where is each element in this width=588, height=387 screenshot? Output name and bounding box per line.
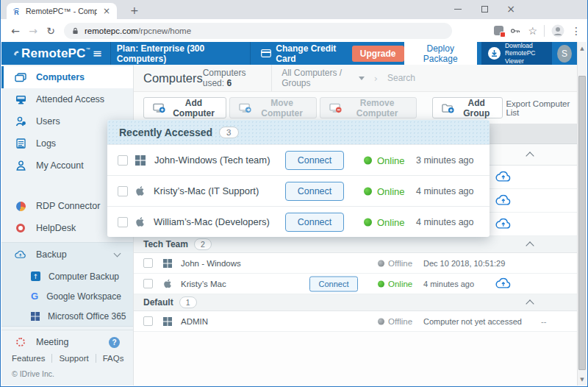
sidebar-label: Backup xyxy=(36,249,67,260)
header-divider xyxy=(250,42,251,65)
url-domain: remotepc.com xyxy=(85,26,138,35)
collapse-chevron-icon[interactable] xyxy=(526,152,534,160)
remotepc-logo: RemotePC ™ xyxy=(13,46,93,61)
add-computer-icon xyxy=(153,103,165,113)
download-viewer-button[interactable]: Download RemotePC Viewer xyxy=(481,42,552,65)
password-key-icon[interactable] xyxy=(510,26,521,35)
recently-accessed-panel: Recently Accessed 3 John-Windows (Tech t… xyxy=(107,120,490,237)
sidebar-item-google-workspace[interactable]: G Google Workspace xyxy=(1,286,133,306)
sidebar-label: HelpDesk xyxy=(36,223,76,233)
offline-status-dot xyxy=(378,318,384,324)
window-minimize-button[interactable] xyxy=(445,2,471,15)
sidebar-label: RDP Connector xyxy=(36,201,100,211)
upgrade-button[interactable]: Upgrade xyxy=(352,46,404,62)
sidebar-label: Computers xyxy=(36,72,85,82)
support-link[interactable]: Support xyxy=(52,354,96,363)
move-computer-button[interactable]: Move Computer xyxy=(229,97,317,118)
cloud-backup-icon[interactable] xyxy=(495,194,512,207)
sidebar-label: Logs xyxy=(36,138,56,149)
row-checkbox[interactable] xyxy=(118,155,128,166)
my-account-icon xyxy=(15,160,26,171)
collapse-chevron-icon[interactable] xyxy=(526,299,534,308)
search-input[interactable] xyxy=(387,73,476,83)
cloud-backup-icon[interactable] xyxy=(495,218,512,230)
cloud-backup-icon[interactable] xyxy=(495,277,512,290)
app-header: RemotePC ™ ≡ Plan: Enterprise (300 Compu… xyxy=(1,42,577,65)
connect-button[interactable]: Connect xyxy=(285,182,344,201)
logo-trademark: ™ xyxy=(86,47,90,52)
logo-text: RemotePC xyxy=(21,46,86,61)
back-button[interactable]: ← xyxy=(7,25,24,37)
help-question-icon[interactable]: ? xyxy=(109,337,120,348)
scroll-up-icon[interactable]: ▲ xyxy=(578,43,587,53)
page-header: Computers Computers used: 6 All Computer… xyxy=(134,65,577,92)
window-maximize-button[interactable] xyxy=(471,2,498,15)
credit-card-icon xyxy=(261,49,271,57)
breadcrumb-arrow-icon: › xyxy=(374,73,378,84)
hamburger-menu-icon[interactable]: ≡ xyxy=(93,46,102,60)
sidebar-item-computer-backup[interactable]: ↑ Computer Backup xyxy=(1,266,133,286)
computers-icon xyxy=(15,71,26,83)
group-count-badge: 1 xyxy=(179,297,197,308)
extension-icon[interactable] xyxy=(494,26,503,35)
computer-name: William’s-Mac (Developers) xyxy=(154,216,270,227)
row-checkbox[interactable] xyxy=(118,217,128,227)
connect-button[interactable]: Connect xyxy=(285,151,344,170)
change-credit-card-link[interactable]: Change Credit Card xyxy=(261,43,343,64)
status-label: Online xyxy=(377,216,405,227)
sidebar-item-attended-access[interactable]: Attended Access xyxy=(1,88,133,110)
row-checkbox[interactable] xyxy=(143,258,153,268)
tab-close-icon[interactable]: × xyxy=(101,6,112,16)
browser-profile-icon[interactable] xyxy=(551,24,564,38)
browser-tab[interactable]: R RemotePC™ - Computers × xyxy=(7,3,117,19)
computer-name: Kristy’s-Mac (IT Support) xyxy=(154,185,259,196)
window-close-button[interactable]: × xyxy=(498,2,524,15)
download-circle-icon xyxy=(488,47,501,60)
page-scrollbar[interactable]: ▲ ▼ xyxy=(577,42,587,386)
sidebar-item-computers[interactable]: Computers xyxy=(1,66,133,88)
forward-button[interactable]: → xyxy=(24,25,42,37)
user-avatar[interactable]: S xyxy=(557,45,572,63)
online-status-dot xyxy=(364,187,372,195)
address-bar[interactable]: remotepc.com/rpcnew/home xyxy=(64,23,452,39)
move-computer-icon xyxy=(239,103,251,113)
scroll-down-icon[interactable]: ▼ xyxy=(578,374,587,384)
empty-area xyxy=(134,332,577,386)
connect-button[interactable]: Connect xyxy=(285,213,344,232)
scrollbar-thumb[interactable] xyxy=(578,76,586,370)
windows-logo-icon xyxy=(163,317,172,326)
toolbar-separator xyxy=(544,25,545,37)
deploy-package-button[interactable]: Deploy Package xyxy=(404,40,477,68)
computers-groups-dropdown[interactable]: All Computers / Groups xyxy=(272,65,374,91)
reload-button[interactable]: ↻ xyxy=(42,25,60,37)
export-computer-list-link[interactable]: Export Computer List xyxy=(506,99,570,117)
logo-signal-icon xyxy=(13,47,21,60)
button-label: Add Group xyxy=(459,98,493,118)
bookmark-star-icon[interactable]: ☆ xyxy=(528,25,537,37)
connect-button[interactable]: Connect xyxy=(309,276,358,291)
windows-logo-icon xyxy=(135,155,146,166)
computer-name: Kristy’s Mac xyxy=(181,280,226,288)
remove-computer-icon xyxy=(329,103,342,113)
sidebar-item-microsoft-office-365[interactable]: Microsoft Office 365 xyxy=(1,306,133,326)
features-link[interactable]: Features xyxy=(12,354,52,363)
faqs-link[interactable]: FAQs xyxy=(96,354,131,363)
sidebar-item-backup[interactable]: Backup xyxy=(1,243,133,266)
sidebar-label: Microsoft Office 365 xyxy=(48,311,126,322)
backup-section: Backup ↑ Computer Backup G Google Worksp… xyxy=(1,242,133,327)
status-label: Online xyxy=(377,185,405,196)
online-status-dot xyxy=(378,280,384,287)
row-checkbox[interactable] xyxy=(143,316,153,326)
add-group-button[interactable]: Add Group xyxy=(432,97,503,118)
row-checkbox[interactable] xyxy=(118,186,128,196)
cloud-backup-icon[interactable] xyxy=(495,171,512,183)
row-checkbox[interactable] xyxy=(143,279,153,288)
new-tab-button[interactable]: + xyxy=(126,4,143,16)
collapse-chevron-icon[interactable] xyxy=(526,241,534,249)
add-computer-button[interactable]: Add Computer xyxy=(143,97,226,118)
remove-computer-button[interactable]: Remove Computer xyxy=(320,97,417,118)
browser-menu-icon[interactable]: ⋮ xyxy=(571,25,581,37)
last-accessed: Dec 10 2018, 10:51:29 xyxy=(423,259,505,268)
minimize-icon xyxy=(454,9,462,10)
sidebar-item-meeting[interactable]: Meeting ? xyxy=(1,330,133,354)
